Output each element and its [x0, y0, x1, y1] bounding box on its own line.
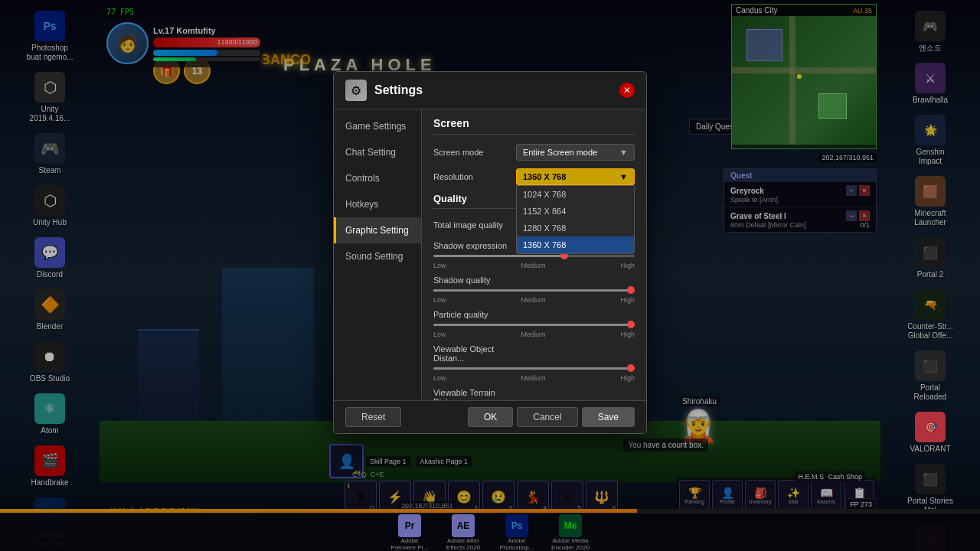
- shadow-quality-label: Shadow quality: [433, 276, 510, 285]
- resolution-row: Resolution 1360 X 768 ▼ 1024 X 768 1152 …: [433, 168, 635, 185]
- viewable-object-label: Viewable Object Distan...: [433, 344, 510, 363]
- particle-quality-row: Particle quality LowMediumHigh: [433, 310, 635, 338]
- viewable-object-slider[interactable]: [433, 363, 635, 373]
- shadow-expression-marks: LowMediumHigh: [433, 262, 635, 269]
- modal-close-button[interactable]: ✕: [619, 83, 635, 98]
- modal-title: Settings: [374, 83, 612, 97]
- modal-header: ⚙ Settings ✕: [334, 72, 646, 109]
- resolution-option-1280[interactable]: 1280 X 768: [517, 220, 634, 236]
- reset-button[interactable]: Reset: [345, 407, 401, 427]
- resolution-dropdown-list: 1024 X 768 1152 X 864 1280 X 768 1360 X …: [516, 185, 635, 254]
- screen-mode-row: Screen mode Entire Screen mode ▼: [433, 144, 635, 161]
- modal-overlay: ⚙ Settings ✕ Game Settings Chat Setting …: [0, 0, 980, 551]
- particle-quality-marks: LowMediumHigh: [433, 331, 635, 338]
- viewable-terrain-label: Viewable Terrain Distan...: [433, 388, 510, 400]
- modal-footer: Reset OK Cancel Save: [334, 400, 646, 433]
- screen-mode-control: Entire Screen mode ▼: [516, 144, 635, 161]
- resolution-control: 1360 X 768 ▼ 1024 X 768 1152 X 864 1280 …: [516, 168, 635, 185]
- settings-nav-hotkeys[interactable]: Hotkeys: [334, 191, 421, 217]
- settings-nav-chat[interactable]: Chat Setting: [334, 139, 421, 165]
- settings-nav-controls[interactable]: Controls: [334, 165, 421, 191]
- ok-button[interactable]: OK: [468, 407, 513, 427]
- viewable-object-marks: LowMediumHigh: [433, 374, 635, 382]
- settings-modal: ⚙ Settings ✕ Game Settings Chat Setting …: [333, 71, 647, 434]
- viewable-terrain-row: Viewable Terrain Distan... LowMediumHigh: [433, 388, 635, 400]
- save-button[interactable]: Save: [582, 407, 635, 427]
- settings-nav-graphic[interactable]: Graphic Setting: [334, 217, 421, 243]
- particle-quality-label: Particle quality: [433, 310, 510, 319]
- shadow-quality-slider[interactable]: [433, 285, 635, 295]
- resolution-option-1024[interactable]: 1024 X 768: [517, 186, 634, 203]
- screen-mode-dropdown[interactable]: Entire Screen mode ▼: [516, 144, 635, 161]
- screen-mode-label: Screen mode: [433, 148, 510, 157]
- shadow-expression-label: Shadow expression: [433, 241, 510, 250]
- resolution-option-1360[interactable]: 1360 X 768: [517, 236, 634, 253]
- settings-icon: ⚙: [345, 80, 367, 101]
- resolution-selected[interactable]: 1360 X 768 ▼: [516, 168, 635, 185]
- resolution-label: Resolution: [433, 172, 510, 181]
- viewable-object-row: Viewable Object Distan... LowMediumHigh: [433, 344, 635, 382]
- total-image-label: Total image quality: [433, 220, 510, 230]
- settings-nav-game[interactable]: Game Settings: [334, 113, 421, 139]
- settings-content: Screen Screen mode Entire Screen mode ▼ …: [422, 109, 646, 400]
- resolution-option-1152[interactable]: 1152 X 864: [517, 203, 634, 220]
- screen-section-title: Screen: [433, 117, 635, 135]
- shadow-quality-marks: LowMediumHigh: [433, 296, 635, 304]
- cancel-button[interactable]: Cancel: [517, 407, 577, 427]
- settings-nav-sound[interactable]: Sound Setting: [334, 243, 421, 269]
- modal-body: Game Settings Chat Setting Controls Hotk…: [334, 109, 646, 400]
- shadow-quality-row: Shadow quality LowMediumHigh: [433, 276, 635, 304]
- particle-quality-slider[interactable]: [433, 319, 635, 330]
- settings-sidebar: Game Settings Chat Setting Controls Hotk…: [334, 109, 422, 400]
